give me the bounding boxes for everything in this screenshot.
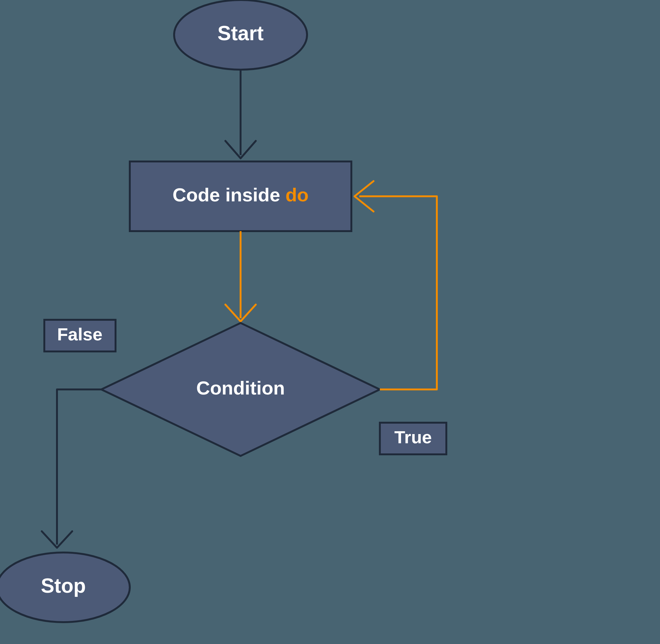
false-label: False [57, 324, 102, 344]
condition-node: Condition [101, 323, 380, 456]
start-label: Start [217, 22, 264, 45]
arrow-false-to-stop [42, 389, 101, 548]
start-node: Start [174, 0, 307, 70]
arrow-process-to-condition [226, 231, 256, 321]
process-label: Code inside do [172, 184, 309, 206]
stop-label: Stop [41, 574, 86, 597]
process-label-prefix: Code inside [172, 184, 285, 206]
condition-label: Condition [196, 377, 285, 399]
true-label: True [395, 427, 432, 447]
arrow-true-loop [355, 181, 437, 389]
process-node: Code inside do [130, 161, 351, 231]
arrow-start-to-process [226, 70, 256, 158]
process-label-keyword: do [285, 184, 309, 206]
flowchart-diagram: Start Code inside do Condition True [0, 0, 660, 644]
false-label-box: False [44, 320, 116, 351]
true-label-box: True [380, 423, 446, 454]
stop-node: Stop [0, 552, 130, 622]
